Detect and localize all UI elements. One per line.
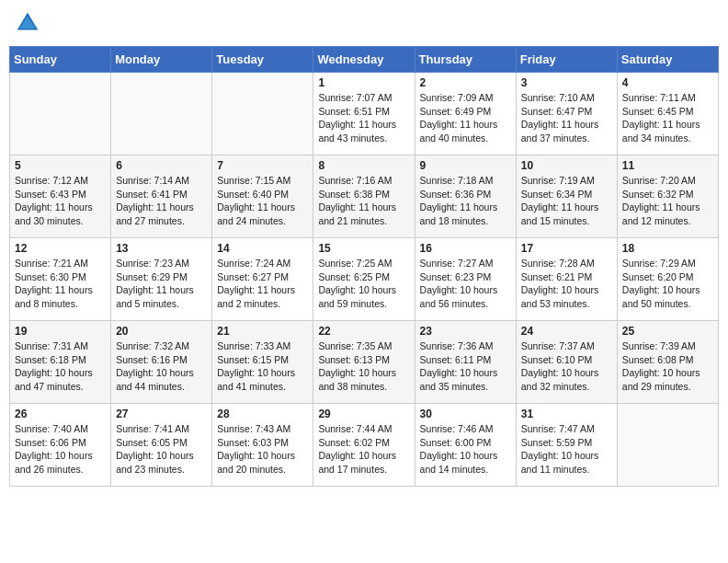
- day-info: Sunrise: 7:20 AM Sunset: 6:32 PM Dayligh…: [622, 174, 713, 228]
- calendar-cell: 6Sunrise: 7:14 AM Sunset: 6:41 PM Daylig…: [111, 155, 212, 238]
- day-number: 22: [318, 325, 409, 338]
- header-cell-saturday: Saturday: [617, 47, 718, 73]
- day-number: 15: [318, 242, 409, 255]
- calendar-cell: 12Sunrise: 7:21 AM Sunset: 6:30 PM Dayli…: [10, 238, 111, 321]
- calendar-cell: 11Sunrise: 7:20 AM Sunset: 6:32 PM Dayli…: [617, 155, 718, 238]
- day-info: Sunrise: 7:47 AM Sunset: 5:59 PM Dayligh…: [521, 422, 612, 477]
- logo: [14, 9, 45, 37]
- calendar-cell: 2Sunrise: 7:09 AM Sunset: 6:49 PM Daylig…: [415, 73, 516, 155]
- calendar-cell: 29Sunrise: 7:44 AM Sunset: 6:02 PM Dayli…: [313, 404, 415, 487]
- calendar-cell: 17Sunrise: 7:28 AM Sunset: 6:21 PM Dayli…: [516, 238, 617, 321]
- day-number: 17: [521, 242, 612, 255]
- calendar-cell: 4Sunrise: 7:11 AM Sunset: 6:45 PM Daylig…: [617, 73, 718, 155]
- day-number: 14: [217, 242, 308, 255]
- day-info: Sunrise: 7:46 AM Sunset: 6:00 PM Dayligh…: [420, 422, 511, 477]
- day-info: Sunrise: 7:23 AM Sunset: 6:29 PM Dayligh…: [116, 257, 207, 311]
- day-info: Sunrise: 7:24 AM Sunset: 6:27 PM Dayligh…: [217, 257, 308, 311]
- day-number: 3: [521, 76, 612, 89]
- day-info: Sunrise: 7:32 AM Sunset: 6:16 PM Dayligh…: [116, 339, 207, 394]
- day-info: Sunrise: 7:39 AM Sunset: 6:08 PM Dayligh…: [622, 339, 713, 394]
- calendar-week-4: 19Sunrise: 7:31 AM Sunset: 6:18 PM Dayli…: [10, 321, 719, 404]
- day-number: 12: [15, 242, 106, 255]
- day-info: Sunrise: 7:41 AM Sunset: 6:05 PM Dayligh…: [116, 422, 207, 477]
- day-number: 20: [116, 325, 207, 338]
- day-info: Sunrise: 7:09 AM Sunset: 6:49 PM Dayligh…: [420, 91, 511, 145]
- header-cell-sunday: Sunday: [10, 47, 111, 73]
- calendar-week-1: 1Sunrise: 7:07 AM Sunset: 6:51 PM Daylig…: [10, 73, 719, 155]
- calendar-week-5: 26Sunrise: 7:40 AM Sunset: 6:06 PM Dayli…: [10, 404, 719, 487]
- calendar-cell: 27Sunrise: 7:41 AM Sunset: 6:05 PM Dayli…: [111, 404, 212, 487]
- day-info: Sunrise: 7:10 AM Sunset: 6:47 PM Dayligh…: [521, 91, 612, 145]
- day-info: Sunrise: 7:44 AM Sunset: 6:02 PM Dayligh…: [318, 422, 409, 477]
- calendar-cell: [111, 73, 212, 155]
- day-number: 11: [622, 159, 713, 172]
- header-cell-thursday: Thursday: [415, 47, 516, 73]
- day-info: Sunrise: 7:25 AM Sunset: 6:25 PM Dayligh…: [318, 257, 409, 311]
- day-number: 6: [116, 159, 207, 172]
- day-info: Sunrise: 7:15 AM Sunset: 6:40 PM Dayligh…: [217, 174, 308, 228]
- calendar-cell: 31Sunrise: 7:47 AM Sunset: 5:59 PM Dayli…: [516, 404, 617, 487]
- day-info: Sunrise: 7:43 AM Sunset: 6:03 PM Dayligh…: [217, 422, 308, 477]
- calendar-cell: 3Sunrise: 7:10 AM Sunset: 6:47 PM Daylig…: [516, 73, 617, 155]
- day-info: Sunrise: 7:12 AM Sunset: 6:43 PM Dayligh…: [15, 174, 106, 228]
- header-cell-monday: Monday: [111, 47, 212, 73]
- header-row: SundayMondayTuesdayWednesdayThursdayFrid…: [10, 47, 719, 73]
- calendar-cell: 21Sunrise: 7:33 AM Sunset: 6:15 PM Dayli…: [212, 321, 313, 404]
- day-number: 27: [116, 408, 207, 420]
- day-number: 16: [420, 242, 511, 255]
- calendar-cell: 16Sunrise: 7:27 AM Sunset: 6:23 PM Dayli…: [415, 238, 516, 321]
- day-info: Sunrise: 7:14 AM Sunset: 6:41 PM Dayligh…: [116, 174, 207, 228]
- day-number: 30: [420, 408, 511, 420]
- day-info: Sunrise: 7:29 AM Sunset: 6:20 PM Dayligh…: [622, 257, 713, 311]
- page-header: [9, 9, 719, 37]
- day-info: Sunrise: 7:28 AM Sunset: 6:21 PM Dayligh…: [521, 257, 612, 311]
- calendar-cell: 15Sunrise: 7:25 AM Sunset: 6:25 PM Dayli…: [313, 238, 415, 321]
- calendar-cell: 8Sunrise: 7:16 AM Sunset: 6:38 PM Daylig…: [313, 155, 415, 238]
- calendar-table: SundayMondayTuesdayWednesdayThursdayFrid…: [9, 46, 719, 487]
- calendar-week-3: 12Sunrise: 7:21 AM Sunset: 6:30 PM Dayli…: [10, 238, 719, 321]
- calendar-cell: [212, 73, 313, 155]
- day-number: 4: [622, 76, 713, 89]
- day-info: Sunrise: 7:18 AM Sunset: 6:36 PM Dayligh…: [420, 174, 511, 228]
- day-info: Sunrise: 7:40 AM Sunset: 6:06 PM Dayligh…: [15, 422, 106, 477]
- calendar-cell: 26Sunrise: 7:40 AM Sunset: 6:06 PM Dayli…: [10, 404, 111, 487]
- day-number: 19: [15, 325, 106, 338]
- calendar-cell: 7Sunrise: 7:15 AM Sunset: 6:40 PM Daylig…: [212, 155, 313, 238]
- calendar-cell: 24Sunrise: 7:37 AM Sunset: 6:10 PM Dayli…: [516, 321, 617, 404]
- day-info: Sunrise: 7:33 AM Sunset: 6:15 PM Dayligh…: [217, 339, 308, 394]
- calendar-cell: 1Sunrise: 7:07 AM Sunset: 6:51 PM Daylig…: [313, 73, 415, 155]
- day-number: 8: [318, 159, 409, 172]
- day-info: Sunrise: 7:37 AM Sunset: 6:10 PM Dayligh…: [521, 339, 612, 394]
- day-number: 2: [420, 76, 511, 89]
- calendar-cell: 13Sunrise: 7:23 AM Sunset: 6:29 PM Dayli…: [111, 238, 212, 321]
- day-number: 10: [521, 159, 612, 172]
- calendar-cell: 30Sunrise: 7:46 AM Sunset: 6:00 PM Dayli…: [415, 404, 516, 487]
- day-info: Sunrise: 7:11 AM Sunset: 6:45 PM Dayligh…: [622, 91, 713, 145]
- calendar-cell: 20Sunrise: 7:32 AM Sunset: 6:16 PM Dayli…: [111, 321, 212, 404]
- calendar-cell: [617, 404, 718, 487]
- day-info: Sunrise: 7:36 AM Sunset: 6:11 PM Dayligh…: [420, 339, 511, 394]
- calendar-cell: 22Sunrise: 7:35 AM Sunset: 6:13 PM Dayli…: [313, 321, 415, 404]
- calendar-cell: 28Sunrise: 7:43 AM Sunset: 6:03 PM Dayli…: [212, 404, 313, 487]
- day-info: Sunrise: 7:35 AM Sunset: 6:13 PM Dayligh…: [318, 339, 409, 394]
- calendar-cell: 9Sunrise: 7:18 AM Sunset: 6:36 PM Daylig…: [415, 155, 516, 238]
- calendar-cell: 19Sunrise: 7:31 AM Sunset: 6:18 PM Dayli…: [10, 321, 111, 404]
- day-number: 23: [420, 325, 511, 338]
- header-cell-wednesday: Wednesday: [313, 47, 415, 73]
- day-number: 7: [217, 159, 308, 172]
- day-info: Sunrise: 7:31 AM Sunset: 6:18 PM Dayligh…: [15, 339, 106, 394]
- day-number: 29: [318, 408, 409, 420]
- calendar-cell: 10Sunrise: 7:19 AM Sunset: 6:34 PM Dayli…: [516, 155, 617, 238]
- day-info: Sunrise: 7:07 AM Sunset: 6:51 PM Dayligh…: [318, 91, 409, 145]
- day-number: 1: [318, 76, 409, 89]
- calendar-week-2: 5Sunrise: 7:12 AM Sunset: 6:43 PM Daylig…: [10, 155, 719, 238]
- day-number: 28: [217, 408, 308, 420]
- day-number: 5: [15, 159, 106, 172]
- header-cell-friday: Friday: [516, 47, 617, 73]
- day-number: 9: [420, 159, 511, 172]
- day-info: Sunrise: 7:19 AM Sunset: 6:34 PM Dayligh…: [521, 174, 612, 228]
- day-number: 24: [521, 325, 612, 338]
- day-number: 13: [116, 242, 207, 255]
- day-info: Sunrise: 7:21 AM Sunset: 6:30 PM Dayligh…: [15, 257, 106, 311]
- logo-icon: [14, 9, 41, 37]
